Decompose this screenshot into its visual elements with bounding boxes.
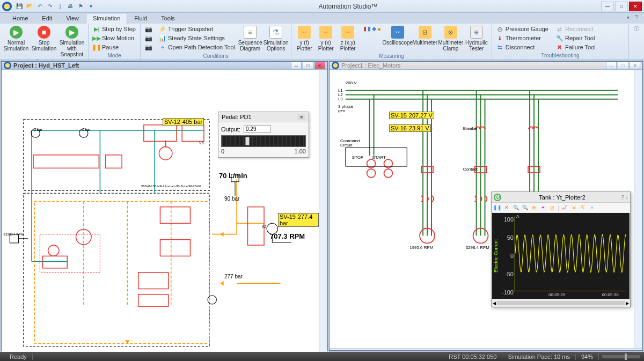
help-icon[interactable]: ? [632,13,641,21]
plotter-title[interactable]: ⏻ Tank : Yt_Plotter2 ? › [492,192,630,203]
part-label: 580-R-155-HF-12-xx-xx-30-B-xx-30-38-00 [141,185,201,188]
svg-point-11 [48,245,59,256]
chart-icon[interactable]: 📈 [561,204,568,211]
doc-titlebar-left[interactable]: Project : Hyd_HST_Left — □ ✕ [2,62,327,70]
doc-titlebar-right[interactable]: Project1 : Elec_Motors — □ ✕ [330,62,642,70]
qat-print-icon[interactable]: 🖶 [66,2,75,11]
ribbon-collapse-icon[interactable]: ▾ [624,13,632,21]
app-title: Automation Studio™ [95,3,601,10]
gauge2-label: 0 bar [82,128,91,131]
hydraulic-schematic-canvas[interactable]: 70 L/min 90 bar 707.3 RPM 277 bar SV-12 … [2,70,319,355]
disconnect-button[interactable]: ⇆Disconnect [495,43,550,51]
qat-redo-icon[interactable]: ↷ [46,2,54,11]
normal-simulation-button[interactable]: ▶ Normal Simulation [3,25,29,53]
zoom-slider[interactable] [602,355,640,358]
tab-fluid[interactable]: Fluid [127,13,154,24]
plotter-help-icon[interactable]: ? [621,194,624,201]
doc-close-button[interactable]: ✕ [314,62,325,69]
pressure-gauge-button[interactable]: ◷Pressure Gauge [495,25,550,33]
stop-simulation-button[interactable]: ■ Stop Simulation [31,25,57,53]
qat-dropdown-icon[interactable]: ▾ [86,2,95,11]
gauge1-label: 0 bar [34,128,42,131]
tab-edit[interactable]: Edit [35,13,59,24]
slow-icon: ▶▶ [93,34,100,42]
qat-flag-icon[interactable]: ⚑ [76,2,85,11]
svg-text:STOP: STOP [352,155,363,160]
tab-tools[interactable]: Tools [154,13,182,24]
zxy-plotter-button[interactable]: 〰z (x,y) Plotter [338,25,358,53]
simulation-snapshot-button[interactable]: ▶ Simulation with Snapshot [59,25,85,58]
disconnect-icon: ⇆ [496,43,504,51]
scrollbar-vertical[interactable] [634,70,642,348]
steady-state-button[interactable]: 📊Steady State Settings [158,34,236,42]
slow-motion-button[interactable]: ▶▶Slow Motion [92,34,137,42]
export-icon[interactable]: ⇱ [579,204,587,211]
multimeter-icon: ⊡ [419,26,431,39]
tab-view[interactable]: View [59,13,86,24]
close-button[interactable]: ✕ [629,2,642,11]
export-icon[interactable]: ⇲ [570,204,577,211]
simulation-options-button[interactable]: ⚗ Simulation Options [264,25,288,53]
thermometer-button[interactable]: 🌡Thermometer [495,34,550,42]
pedal-value-input[interactable] [244,125,270,133]
cross-icon[interactable]: ✕ [503,204,510,211]
step-by-step-button[interactable]: ▶|Step by Step [92,25,137,33]
svg-text:Contact: Contact [463,167,478,172]
svg-rect-4 [182,125,204,142]
pedal-output-label: Output: [221,126,240,132]
pedal-slider[interactable] [221,135,306,147]
measuring-tool-icons[interactable]: ▮ ▮ ◆ ● [362,25,382,33]
plotter-scrollbar[interactable]: ◀ ▶ [492,299,630,307]
scroll-right-icon[interactable]: ▶ [626,301,629,306]
tab-simulation[interactable]: Simulation [86,13,127,24]
tab-home[interactable]: Home [5,13,35,24]
multimeter-clamp-button[interactable]: ⊙Multimeter Clamp [439,25,463,53]
ribbon-help-icon[interactable]: ⓘ [632,25,641,33]
doc-minimize-button[interactable]: — [291,62,302,69]
yx-plotter-button[interactable]: 〰y (x) Plotter [316,25,335,53]
pause-icon[interactable]: ❚❚ [494,204,501,211]
pedal-close-icon[interactable]: × [297,114,305,120]
electrical-schematic-canvas[interactable]: 208 V L1L2L3 3 phasegen Transformer Brea… [330,70,634,348]
minimize-button[interactable]: — [601,2,614,11]
doc-maximize-button[interactable]: □ [618,62,628,69]
doc-minimize-button[interactable]: — [606,62,617,69]
snapshot-tool-1[interactable]: 📷 [144,25,153,33]
qat-open-icon[interactable]: 📂 [25,2,34,11]
pedal-panel[interactable]: Pedal: PD1× Output: 01.00 [218,112,309,158]
scrollbar-vertical[interactable] [319,70,327,355]
snapshot-tool-3[interactable]: 📷 [144,43,153,51]
app-icon [2,2,12,11]
power-icon[interactable]: ⏻ [494,194,501,201]
pedal-title[interactable]: Pedal: PD1× [218,112,309,122]
target-icon[interactable]: ⊕ [530,204,538,211]
repair-tool-button[interactable]: 🔧Repair Tool [555,34,597,42]
maximize-button[interactable]: □ [615,2,628,11]
sequence-diagram-button[interactable]: ≡ Sequence Diagram [238,25,262,53]
zoom-icon[interactable]: 🔍 [512,204,519,211]
qat-undo-icon[interactable]: ↶ [35,2,44,11]
yt-plotter-button[interactable]: 〰y (t) Plotter [295,25,314,53]
pause-button[interactable]: ❚❚Pause [92,43,137,51]
plotter-ylabel: Electric Current [493,239,499,272]
hydraulic-tester-button[interactable]: ⊕Hydraulic Tester [465,25,488,53]
trigger-snapshot-button[interactable]: ⚡Trigger Snapshot [158,25,236,33]
pedal-slider-thumb[interactable] [245,137,250,145]
scrollbar-horizontal[interactable] [330,348,642,350]
failure-tool-button[interactable]: ✖Failure Tool [555,43,597,51]
qat-save-icon[interactable]: 💾 [15,2,24,11]
oscilloscope-button[interactable]: 〰Oscilloscope [384,25,411,47]
plotter-next-icon[interactable]: › [626,194,628,201]
chevron-icon[interactable]: » [588,204,596,211]
doc-close-button[interactable]: ✕ [630,62,640,69]
star-icon[interactable]: ✦ [539,204,547,211]
open-path-detection-button[interactable]: ⌖Open Path Detection Tool [158,43,236,51]
snapshot-tool-2[interactable]: 📷 [144,34,153,42]
path-icon: ⌖ [159,43,166,51]
plotter-panel[interactable]: ⏻ Tank : Yt_Plotter2 ? › ❚❚ ✕ 🔍 🔍 ⊕ ✦ ◷ … [491,191,631,307]
multimeter-button[interactable]: ⊡Multimeter [413,25,437,47]
zoom-icon[interactable]: 🔍 [521,204,529,211]
clock-icon[interactable]: ◷ [548,204,556,211]
doc-maximize-button[interactable]: □ [303,62,313,69]
scroll-left-icon[interactable]: ◀ [493,301,496,306]
